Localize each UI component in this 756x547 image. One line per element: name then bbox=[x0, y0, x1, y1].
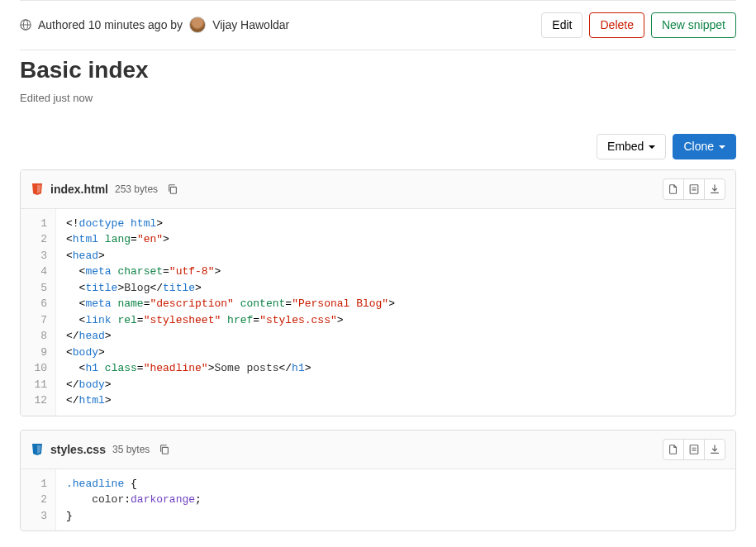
visibility-public-icon bbox=[20, 19, 31, 31]
new-snippet-button[interactable]: New snippet bbox=[651, 12, 736, 38]
css3-icon bbox=[31, 443, 44, 456]
svg-rect-7 bbox=[163, 447, 169, 454]
file-size: 253 bytes bbox=[115, 183, 158, 195]
page-title: Basic index bbox=[20, 57, 736, 83]
copy-path-button[interactable] bbox=[164, 181, 181, 197]
code-content[interactable]: .headline { color:darkorange;} bbox=[56, 469, 735, 531]
svg-rect-3 bbox=[170, 187, 176, 193]
file-header: index.html253 bytes bbox=[21, 170, 735, 209]
svg-rect-8 bbox=[690, 445, 698, 454]
view-raw-button[interactable] bbox=[683, 439, 705, 460]
clone-dropdown[interactable]: Clone bbox=[673, 134, 736, 159]
copy-contents-button[interactable] bbox=[663, 178, 684, 200]
file-name[interactable]: styles.css bbox=[50, 443, 106, 456]
svg-rect-4 bbox=[690, 184, 698, 193]
file-block: index.html253 bytes123456789101112<!doct… bbox=[20, 169, 736, 416]
download-button[interactable] bbox=[704, 439, 725, 460]
line-numbers: 123456789101112 bbox=[21, 209, 56, 416]
html5-icon bbox=[31, 183, 44, 196]
line-numbers: 123 bbox=[21, 469, 56, 531]
file-name[interactable]: index.html bbox=[50, 183, 108, 196]
copy-contents-button[interactable] bbox=[663, 439, 684, 460]
authored-text: Authored 10 minutes ago by bbox=[38, 18, 183, 31]
embed-dropdown[interactable]: Embed bbox=[597, 134, 666, 159]
delete-button[interactable]: Delete bbox=[589, 12, 644, 38]
view-raw-button[interactable] bbox=[683, 178, 705, 200]
author-name[interactable]: Vijay Hawoldar bbox=[212, 18, 289, 31]
download-button[interactable] bbox=[704, 178, 725, 200]
file-size: 35 bytes bbox=[112, 444, 150, 455]
edited-text: Edited just now bbox=[20, 92, 736, 104]
code-content[interactable]: <!doctype html><html lang="en"><head> <m… bbox=[56, 209, 735, 416]
file-header: styles.css35 bytes bbox=[21, 430, 735, 469]
file-block: styles.css35 bytes123.headline { color:d… bbox=[20, 430, 736, 532]
edit-button[interactable]: Edit bbox=[541, 12, 582, 38]
avatar[interactable] bbox=[189, 17, 206, 33]
copy-path-button[interactable] bbox=[156, 441, 173, 458]
snippet-header: Authored 10 minutes ago by Vijay Hawolda… bbox=[20, 1, 736, 50]
